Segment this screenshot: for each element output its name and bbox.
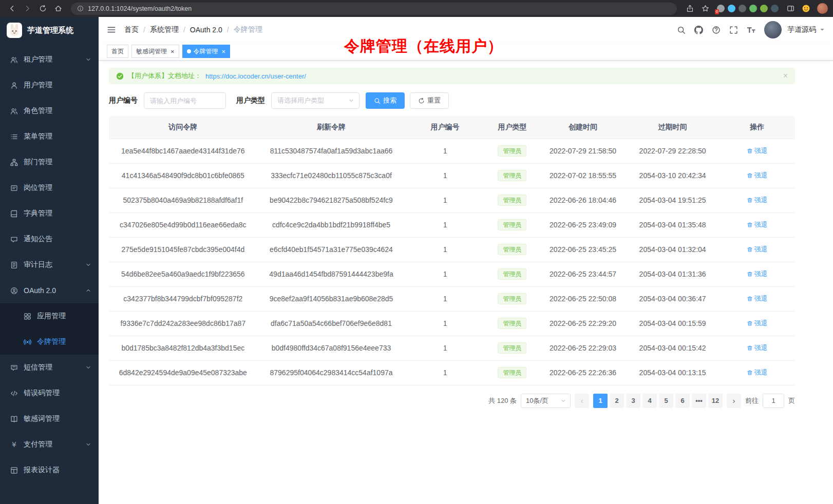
github-icon[interactable] <box>694 26 703 34</box>
tab-close-icon[interactable]: × <box>222 48 226 55</box>
force-logout-button[interactable]: 强退 <box>747 171 768 180</box>
share-icon[interactable] <box>683 2 696 15</box>
sidebar-toggle-icon[interactable] <box>107 25 116 34</box>
sidebar-item[interactable]: 敏感词管理 <box>0 406 99 432</box>
browser-profile-avatar[interactable] <box>817 3 828 14</box>
page-number-button[interactable]: 2 <box>610 394 624 408</box>
extension-icon[interactable]: 0 <box>717 5 725 12</box>
browser-home-icon[interactable] <box>51 2 65 15</box>
force-logout-button[interactable]: 强退 <box>747 319 768 328</box>
page-number-button[interactable]: ••• <box>692 394 706 408</box>
site-info-icon[interactable] <box>77 5 84 12</box>
main-area: / 首页 / 系统管理 / OAuth 2.0 / 令牌管理 <box>99 17 833 504</box>
page-number-button[interactable]: 1 <box>593 394 608 408</box>
action-cell: 强退 <box>719 212 795 237</box>
menu-item-icon <box>10 159 18 166</box>
page-size-select[interactable]: 10条/页 <box>521 394 571 408</box>
extension-icon[interactable] <box>728 5 735 12</box>
extension-icon[interactable] <box>760 5 768 12</box>
username[interactable]: 芋道源码 <box>787 25 816 34</box>
user-id-cell: 1 <box>405 237 484 262</box>
bookmark-star-icon[interactable] <box>698 2 712 15</box>
sidebar-item[interactable]: ¥ 支付管理 <box>0 432 99 457</box>
sidebar-item[interactable]: 审计日志 <box>0 252 99 278</box>
sidebar-item[interactable]: 通知公告 <box>0 226 99 252</box>
user-id-cell: 1 <box>405 188 484 212</box>
page-number-button[interactable]: 4 <box>642 394 657 408</box>
force-logout-label: 强退 <box>754 294 768 303</box>
sidebar-item[interactable]: 短信管理 <box>0 355 99 380</box>
access-token-cell: 275e5de9151045fe87cbdc395e004f4d <box>109 237 257 262</box>
page-number-button[interactable]: 5 <box>659 394 673 408</box>
tab-close-icon[interactable]: × <box>171 48 175 55</box>
fullscreen-icon[interactable] <box>729 26 738 34</box>
force-logout-button[interactable]: 强退 <box>747 343 768 353</box>
next-page-button[interactable]: › <box>727 394 741 408</box>
tab[interactable]: 令牌管理 × <box>182 45 231 58</box>
force-logout-button[interactable]: 强退 <box>747 196 768 205</box>
sidebar-item[interactable]: 岗位管理 <box>0 175 99 201</box>
goto-label: 前往 <box>745 396 759 405</box>
page-number-button[interactable]: 6 <box>675 394 690 408</box>
refresh-token-cell: 333ecfc71e02480cb11055c875c3ca0f <box>257 163 406 188</box>
emoji-avatar-icon[interactable] <box>799 2 812 15</box>
force-logout-button[interactable]: 强退 <box>747 368 768 377</box>
search-button[interactable]: 搜索 <box>366 92 405 109</box>
breadcrumb-item[interactable]: / 令牌管理 <box>222 25 262 34</box>
sidebar-item[interactable]: 租户管理 <box>0 47 99 72</box>
sidebar-item[interactable]: OAuth 2.0 <box>0 278 99 303</box>
sidebar-item[interactable]: 字典管理 <box>0 201 99 226</box>
sidebar-item[interactable]: 报表设计器 <box>0 457 99 483</box>
browser-back-icon[interactable] <box>5 2 18 15</box>
menu-item-icon <box>10 210 18 218</box>
app-logo[interactable]: 芋道管理系统 <box>0 17 99 44</box>
search-icon[interactable] <box>677 26 686 34</box>
browser-forward-icon[interactable] <box>21 2 34 15</box>
force-logout-button[interactable]: 强退 <box>747 146 768 156</box>
user-type-select[interactable]: 请选择用户类型 <box>271 92 359 109</box>
extension-icon[interactable] <box>771 5 779 12</box>
sidebar-item[interactable]: 部门管理 <box>0 149 99 175</box>
created-time-cell: 2022-06-25 22:29:20 <box>540 311 626 336</box>
user-avatar[interactable] <box>764 21 782 38</box>
alert-close-icon[interactable]: × <box>783 71 788 81</box>
breadcrumb-item[interactable]: / 首页 <box>124 25 139 34</box>
tab[interactable]: 首页 × <box>107 45 128 58</box>
force-logout-button[interactable]: 强退 <box>747 269 768 279</box>
force-logout-button[interactable]: 强退 <box>747 294 768 303</box>
menu-item-label: OAuth 2.0 <box>24 286 56 295</box>
caret-down-icon[interactable] <box>820 27 825 32</box>
reset-button[interactable]: 重置 <box>410 92 449 109</box>
page-number-button[interactable]: 3 <box>626 394 640 408</box>
force-logout-button[interactable]: 强退 <box>747 220 768 229</box>
tab[interactable]: 敏感词管理 × <box>131 45 179 58</box>
browser-refresh-icon[interactable] <box>36 2 49 15</box>
expire-time-cell: 2054-03-04 00:15:42 <box>626 336 719 360</box>
page-number-button[interactable]: 12 <box>708 394 723 408</box>
font-size-icon[interactable] <box>747 26 755 34</box>
extension-icon[interactable] <box>739 5 746 12</box>
help-icon[interactable] <box>712 26 721 34</box>
menu-item-label: 应用管理 <box>37 312 66 321</box>
sidebar-item[interactable]: 角色管理 <box>0 98 99 124</box>
side-panel-icon[interactable] <box>784 2 797 15</box>
sidebar-item[interactable]: 令牌管理 <box>0 329 99 355</box>
doc-link[interactable]: https://doc.iocoder.cn/user-center/ <box>205 72 306 80</box>
sidebar-item[interactable]: 错误码管理 <box>0 380 99 406</box>
breadcrumb-item[interactable]: / 系统管理 <box>139 25 179 34</box>
prev-page-button[interactable]: ‹ <box>575 394 589 408</box>
doc-alert: 【用户体系】文档地址： https://doc.iocoder.cn/user-… <box>109 68 795 84</box>
table-row: 502375b8040a469a9b82188afdf6af1f be90422… <box>109 188 795 212</box>
extension-icon[interactable] <box>749 5 757 12</box>
force-logout-button[interactable]: 强退 <box>747 245 768 254</box>
address-bar[interactable]: 127.0.0.1:1024/system/oauth2/token <box>71 3 677 15</box>
chevron-icon <box>85 364 91 371</box>
expire-time-cell: 2054-03-04 00:13:15 <box>626 360 719 385</box>
sidebar-item[interactable]: 菜单管理 <box>0 124 99 149</box>
user-type-cell: 管理员 <box>485 163 540 188</box>
sidebar-item[interactable]: 应用管理 <box>0 303 99 329</box>
goto-page-input[interactable] <box>763 394 784 408</box>
user-id-input[interactable] <box>144 92 226 109</box>
breadcrumb-item[interactable]: / OAuth 2.0 <box>179 26 222 34</box>
sidebar-item[interactable]: 用户管理 <box>0 72 99 98</box>
